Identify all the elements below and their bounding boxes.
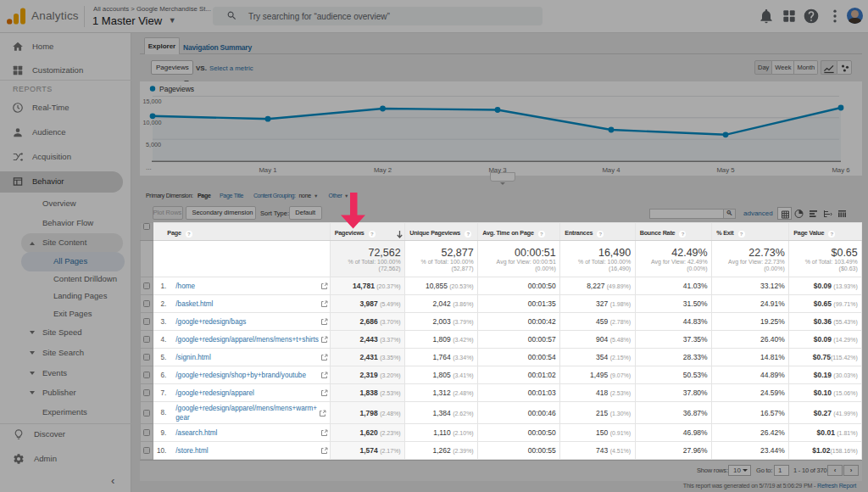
svg-text:May 3: May 3: [488, 166, 506, 174]
svg-text:10,000: 10,000: [143, 119, 162, 126]
svg-text:May 2: May 2: [374, 166, 392, 174]
svg-text:5,000: 5,000: [146, 141, 161, 148]
svg-text:May 4: May 4: [602, 166, 620, 174]
svg-text:May 6: May 6: [832, 166, 849, 174]
svg-text:...: ...: [146, 164, 152, 171]
svg-text:Pageviews: Pageviews: [159, 85, 194, 93]
svg-text:May 1: May 1: [259, 166, 276, 174]
svg-text:May 5: May 5: [716, 166, 735, 174]
svg-text:15,000: 15,000: [143, 98, 162, 105]
